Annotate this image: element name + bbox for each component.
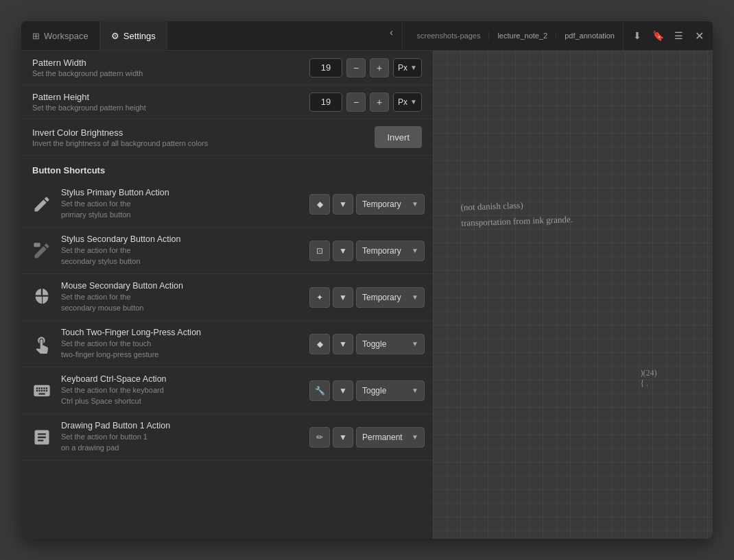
pattern-width-increment[interactable]: + [370, 58, 389, 77]
tab-bar: ⊞ Workspace ⚙ Settings ‹ screenshots-pag… [21, 21, 713, 51]
stylus-secondary-chevron-btn[interactable]: ▼ [333, 241, 353, 261]
stylus-primary-controls: ◆ ▼ Temporary ▼ [309, 194, 425, 215]
shortcut-row-stylus-secondary: Stylus Secondary Button Action Set the a… [21, 228, 433, 274]
shortcut-row-drawing-pad: Drawing Pad Button 1 Action Set the acti… [21, 414, 433, 461]
touch-two-finger-chevron-btn[interactable]: ▼ [333, 334, 353, 354]
pattern-height-row: Pattern Height Set the background patter… [21, 85, 433, 119]
pattern-height-desc: Set the background pattern height [32, 104, 309, 112]
keyboard-ctrl-action-icon[interactable]: 🔧 [309, 380, 330, 401]
invert-color-desc: Invert the brightness of all background … [32, 139, 375, 147]
handwriting-text-1: (not danish class) transportation from i… [460, 195, 573, 231]
drawing-pad-chevron-btn[interactable]: ▼ [333, 427, 353, 448]
keyboard-ctrl-chevron-btn[interactable]: ▼ [333, 380, 353, 401]
keyboard-icon [29, 378, 54, 403]
pattern-width-info: Pattern Width Set the background pattern… [32, 58, 309, 77]
stylus-primary-dropdown-chevron: ▼ [412, 200, 418, 208]
stylus-secondary-title: Stylus Secondary Button Action [61, 234, 303, 244]
stylus-secondary-info: Stylus Secondary Button Action Set the a… [61, 234, 303, 267]
main-window: ⊞ Workspace ⚙ Settings ‹ screenshots-pag… [21, 21, 713, 539]
mouse-secondary-title: Mouse Secondary Button Action [61, 281, 303, 291]
stylus-primary-desc: Set the action for the primary stylus bu… [61, 199, 303, 220]
stylus-primary-chevron-btn[interactable]: ▼ [333, 194, 353, 215]
tab-settings[interactable]: ⚙ Settings [100, 21, 167, 50]
settings-label: Settings [123, 31, 156, 41]
button-shortcuts-header: Button Shortcuts [21, 156, 433, 181]
touch-two-finger-title: Touch Two-Finger Long-Press Action [61, 328, 303, 337]
mouse-secondary-action-icon[interactable]: ✦ [309, 287, 330, 308]
pattern-height-input[interactable] [309, 93, 342, 112]
touch-two-finger-svg [32, 334, 51, 354]
stylus-primary-info: Stylus Primary Button Action Set the act… [61, 188, 303, 220]
pattern-height-unit[interactable]: Px ▼ [393, 93, 422, 112]
keyboard-ctrl-desc: Set the action for the keyboard Ctrl plu… [61, 385, 303, 406]
drawing-pad-action-icon[interactable]: ✏ [309, 427, 330, 448]
keyboard-svg [32, 381, 51, 400]
stylus-secondary-desc: Set the action for the secondary stylus … [61, 245, 303, 267]
pattern-height-increment[interactable]: + [370, 93, 389, 112]
stylus-primary-action-icon[interactable]: ◆ [309, 194, 330, 215]
shortcut-row-keyboard-ctrl: Keyboard Ctrl-Space Action Set the actio… [21, 367, 433, 414]
keyboard-ctrl-controls: 🔧 ▼ Toggle ▼ [309, 380, 425, 401]
settings-sidebar: Pattern Width Set the background pattern… [21, 51, 433, 539]
settings-icon: ⚙ [111, 31, 119, 41]
shortcut-row-mouse-secondary: Mouse Secondary Button Action Set the ac… [21, 274, 433, 321]
download-button[interactable]: ⬇ [628, 26, 647, 45]
keyboard-ctrl-dropdown-chevron: ▼ [412, 387, 418, 394]
stylus-primary-svg [32, 195, 51, 214]
workspace-icon: ⊞ [32, 31, 40, 41]
keyboard-ctrl-info: Keyboard Ctrl-Space Action Set the actio… [61, 374, 303, 406]
shortcut-row-stylus-primary: Stylus Primary Button Action Set the act… [21, 181, 433, 228]
pattern-width-controls: − + Px ▼ [309, 58, 422, 77]
invert-color-row: Invert Color Brightness Invert the brigh… [21, 119, 433, 156]
stylus-secondary-dropdown[interactable]: Temporary ▼ [356, 241, 425, 261]
stylus-secondary-svg [32, 241, 51, 260]
touch-two-finger-dropdown[interactable]: Toggle ▼ [356, 334, 425, 354]
pattern-height-controls: − + Px ▼ [309, 93, 422, 112]
doc-tab-lecture[interactable]: lecture_note_2 [488, 32, 556, 40]
tab-workspace[interactable]: ⊞ Workspace [21, 21, 100, 50]
touch-two-finger-info: Touch Two-Finger Long-Press Action Set t… [61, 328, 303, 360]
pattern-height-decrement[interactable]: − [346, 93, 366, 112]
doc-tab-screenshots[interactable]: screenshots-pages [408, 32, 488, 40]
height-unit-chevron-icon: ▼ [410, 98, 417, 106]
mouse-secondary-info: Mouse Secondary Button Action Set the ac… [61, 281, 303, 313]
drawing-pad-svg [32, 428, 51, 447]
collapse-button[interactable]: ‹ [380, 21, 402, 43]
doc-tab-pdf[interactable]: pdf_annotation [556, 32, 623, 40]
keyboard-ctrl-dropdown[interactable]: Toggle ▼ [356, 380, 425, 401]
bookmark-button[interactable]: 🔖 [648, 26, 667, 45]
handwriting-text-2: )(24) { . [640, 368, 656, 389]
stylus-secondary-action-icon[interactable]: ⊡ [309, 241, 330, 261]
pattern-width-decrement[interactable]: − [346, 58, 366, 77]
drawing-pad-dropdown[interactable]: Permanent ▼ [356, 427, 425, 448]
stylus-primary-title: Stylus Primary Button Action [61, 188, 303, 197]
drawing-pad-dropdown-chevron: ▼ [412, 433, 418, 441]
mouse-secondary-desc: Set the action for the secondary mouse b… [61, 292, 303, 313]
pattern-width-desc: Set the background pattern width [32, 69, 309, 77]
touch-two-finger-action-icon[interactable]: ◆ [309, 334, 330, 354]
mouse-secondary-controls: ✦ ▼ Temporary ▼ [309, 287, 425, 308]
close-button[interactable]: ✕ [689, 26, 709, 45]
stylus-secondary-dropdown-chevron: ▼ [412, 247, 418, 254]
stylus-primary-dropdown[interactable]: Temporary ▼ [356, 194, 425, 215]
touch-two-finger-dropdown-chevron: ▼ [412, 340, 418, 348]
pattern-width-row: Pattern Width Set the background pattern… [21, 51, 433, 85]
drawing-pad-info: Drawing Pad Button 1 Action Set the acti… [61, 421, 303, 453]
invert-button[interactable]: Invert [375, 126, 422, 148]
content-area: Pattern Width Set the background pattern… [21, 51, 713, 539]
pattern-height-info: Pattern Height Set the background patter… [32, 92, 309, 112]
unit-chevron-icon: ▼ [410, 64, 417, 71]
pattern-width-unit[interactable]: Px ▼ [393, 58, 422, 77]
pattern-width-input[interactable] [309, 58, 342, 77]
mouse-secondary-chevron-btn[interactable]: ▼ [333, 287, 353, 308]
workspace-label: Workspace [44, 31, 88, 41]
touch-two-finger-controls: ◆ ▼ Toggle ▼ [309, 334, 425, 354]
menu-button[interactable]: ☰ [669, 26, 688, 45]
pattern-width-title: Pattern Width [32, 58, 309, 68]
pattern-height-title: Pattern Height [32, 92, 309, 102]
stylus-secondary-icon [29, 239, 54, 263]
keyboard-ctrl-title: Keyboard Ctrl-Space Action [61, 374, 303, 384]
mouse-secondary-dropdown[interactable]: Temporary ▼ [356, 287, 425, 308]
invert-color-info: Invert Color Brightness Invert the brigh… [32, 127, 375, 147]
drawing-pad-title: Drawing Pad Button 1 Action [61, 421, 303, 430]
